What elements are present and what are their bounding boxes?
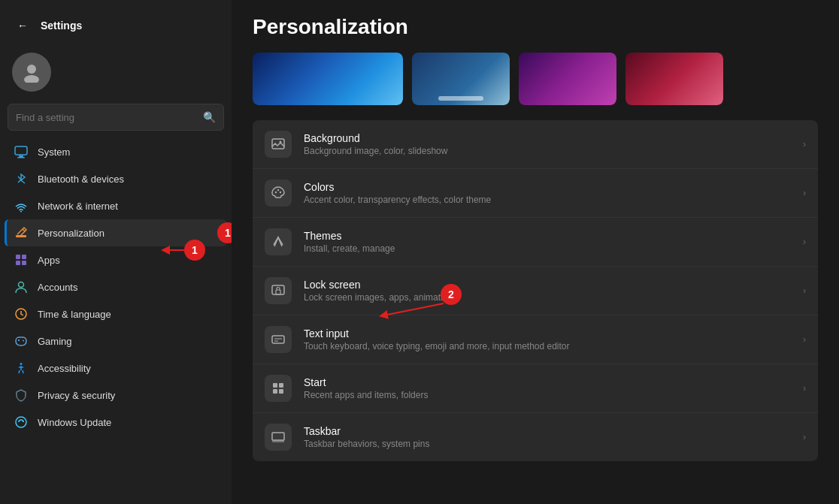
- app-title: Settings: [41, 20, 82, 32]
- svg-rect-2: [15, 146, 27, 155]
- svg-rect-10: [22, 261, 26, 265]
- taskbar-text: Taskbar Taskbar behaviors, system pins: [304, 425, 791, 449]
- sidebar-item-update[interactable]: Windows Update: [5, 409, 227, 436]
- svg-rect-29: [272, 440, 284, 442]
- svg-rect-7: [16, 255, 20, 259]
- background-desc: Background image, color, slideshow: [304, 146, 791, 156]
- sidebar-item-system-label: System: [38, 146, 70, 158]
- themes-text: Themes Install, create, manage: [304, 230, 791, 254]
- search-input[interactable]: [16, 112, 203, 123]
- svg-rect-4: [17, 157, 25, 158]
- settings-item-start[interactable]: Start Recent apps and items, folders ›: [253, 364, 818, 413]
- theme-preview-main-image: [253, 53, 403, 105]
- theme-preview-2-image: [412, 53, 510, 105]
- themes-desc: Install, create, manage: [304, 243, 791, 254]
- theme-preview-active[interactable]: [253, 53, 403, 105]
- svg-point-14: [20, 363, 23, 365]
- start-text: Start Recent apps and items, folders: [304, 376, 791, 400]
- main-content: Personalization: [232, 0, 839, 504]
- settings-item-taskbar[interactable]: Taskbar Taskbar behaviors, system pins ›: [253, 413, 818, 461]
- settings-item-themes[interactable]: Themes Install, create, manage ›: [253, 218, 818, 267]
- sidebar-item-network[interactable]: Network & internet: [5, 192, 227, 219]
- theme-preview-2[interactable]: [412, 53, 510, 105]
- apps-icon: [14, 252, 29, 267]
- avatar[interactable]: [12, 53, 51, 92]
- user-avatar-section: [0, 45, 232, 101]
- svg-rect-26: [273, 389, 277, 394]
- search-box[interactable]: 🔍: [8, 104, 224, 131]
- svg-point-1: [24, 75, 39, 83]
- svg-point-13: [23, 340, 24, 342]
- chevron-right-textinput: ›: [803, 334, 806, 345]
- chevron-right-start: ›: [803, 383, 806, 394]
- svg-rect-23: [272, 336, 284, 343]
- textinput-icon: [265, 326, 292, 353]
- sidebar-item-privacy-label: Privacy & security: [38, 390, 115, 401]
- chevron-right-taskbar: ›: [803, 432, 806, 442]
- sidebar-header: ← Settings: [0, 9, 232, 45]
- taskbar-icon: [265, 424, 292, 451]
- colors-desc: Accent color, transparency effects, colo…: [304, 195, 791, 205]
- svg-rect-24: [273, 383, 277, 388]
- network-icon: [14, 198, 29, 213]
- sidebar-item-apps[interactable]: Apps: [5, 246, 227, 273]
- update-icon: [14, 415, 29, 430]
- svg-rect-27: [279, 389, 283, 394]
- settings-item-colors[interactable]: Colors Accent color, transparency effect…: [253, 169, 818, 218]
- accounts-icon: [14, 279, 29, 294]
- svg-point-11: [19, 282, 24, 288]
- svg-point-17: [280, 141, 282, 143]
- svg-point-18: [275, 192, 277, 193]
- lockscreen-label: Lock screen: [304, 279, 791, 291]
- svg-rect-25: [279, 383, 283, 388]
- page-title: Personalization: [253, 15, 818, 39]
- sidebar-item-accessibility[interactable]: Accessibility: [5, 355, 227, 382]
- svg-point-19: [277, 189, 279, 191]
- textinput-label: Text input: [304, 327, 791, 340]
- colors-label: Colors: [304, 181, 791, 193]
- start-desc: Recent apps and items, folders: [304, 390, 791, 400]
- background-icon: [265, 131, 292, 158]
- bluetooth-icon: [14, 171, 29, 186]
- chevron-right-colors: ›: [803, 188, 806, 198]
- start-label: Start: [304, 376, 791, 388]
- background-text: Background Background image, color, slid…: [304, 132, 791, 156]
- textinput-text: Text input Touch keyboard, voice typing,…: [304, 327, 791, 352]
- chevron-right-lockscreen: ›: [803, 285, 806, 296]
- sidebar-item-personalization-label: Personalization: [38, 228, 104, 239]
- sidebar-item-accessibility-label: Accessibility: [38, 363, 91, 374]
- gaming-icon: [14, 333, 29, 349]
- chevron-right-background: ›: [803, 139, 806, 149]
- back-button[interactable]: ←: [12, 15, 33, 36]
- settings-list: Background Background image, color, slid…: [253, 120, 818, 461]
- search-icon: 🔍: [203, 111, 216, 123]
- lockscreen-desc: Lock screen images, apps, animations: [304, 292, 791, 303]
- sidebar-item-time[interactable]: Time & language: [5, 300, 227, 327]
- svg-point-15: [16, 417, 26, 427]
- svg-point-20: [280, 192, 281, 193]
- settings-item-background[interactable]: Background Background image, color, slid…: [253, 120, 818, 169]
- theme-previews: [253, 53, 818, 105]
- start-icon: [265, 375, 292, 402]
- accessibility-icon: [14, 361, 29, 376]
- sidebar-item-gaming[interactable]: Gaming: [5, 327, 227, 355]
- svg-rect-9: [16, 261, 20, 265]
- textinput-desc: Touch keyboard, voice typing, emoji and …: [304, 341, 791, 352]
- sidebar-item-bluetooth[interactable]: Bluetooth & devices: [5, 165, 227, 192]
- colors-icon: [265, 180, 292, 207]
- sidebar-item-gaming-label: Gaming: [38, 336, 72, 347]
- sidebar-item-system[interactable]: System: [5, 138, 227, 165]
- theme-preview-4[interactable]: [625, 53, 723, 105]
- taskbar-label: Taskbar: [304, 425, 791, 437]
- svg-rect-3: [19, 155, 23, 157]
- settings-item-lockscreen[interactable]: Lock screen Lock screen images, apps, an…: [253, 267, 818, 315]
- nav-list: System Bluetooth & devices: [0, 138, 232, 495]
- sidebar: ← Settings 🔍: [0, 0, 232, 504]
- taskbar-desc: Taskbar behaviors, system pins: [304, 439, 791, 449]
- sidebar-item-personalization[interactable]: Personalization 1: [5, 219, 227, 246]
- sidebar-item-privacy[interactable]: Privacy & security: [5, 382, 227, 409]
- sidebar-item-accounts[interactable]: Accounts: [5, 273, 227, 300]
- svg-rect-22: [276, 290, 280, 294]
- theme-preview-3[interactable]: [519, 53, 616, 105]
- settings-item-textinput[interactable]: Text input Touch keyboard, voice typing,…: [253, 315, 818, 364]
